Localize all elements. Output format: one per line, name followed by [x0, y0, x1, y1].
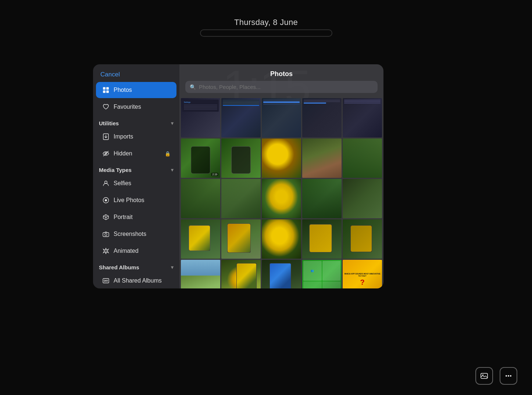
cube-icon [102, 213, 110, 221]
camera-icon [102, 230, 110, 238]
sidebar-item-live-photos[interactable]: Live Photos [96, 192, 176, 208]
photo-icon-button[interactable] [475, 367, 493, 385]
photo-cell[interactable] [343, 98, 382, 137]
lockscreen-time-container: 1:15 [200, 29, 332, 37]
eye-slash-icon [102, 150, 110, 158]
svg-marker-17 [103, 248, 108, 254]
photo-cell[interactable]: 2:09 2:09 [221, 260, 261, 288]
photo-cell[interactable] [343, 179, 382, 218]
media-types-label: Media Types [99, 167, 132, 173]
photo-cell[interactable] [302, 179, 342, 218]
more-options-button[interactable] [500, 367, 517, 385]
photo-row-2: 2:19 [181, 139, 382, 178]
media-types-chevron: ▾ [171, 167, 174, 173]
selfies-label: Selfies [114, 180, 131, 187]
sidebar-item-all-shared[interactable]: All Shared Albums [96, 273, 176, 288]
svg-rect-7 [103, 90, 106, 93]
sidebar-item-portrait[interactable]: Portrait [96, 209, 176, 225]
sidebar-item-photos[interactable]: Photos [96, 82, 176, 98]
media-types-section-header[interactable]: Media Types ▾ [93, 162, 179, 175]
shared-icon [102, 277, 110, 285]
asterisk-icon [102, 247, 110, 255]
bottom-icons [475, 367, 517, 385]
photo-cell[interactable] [302, 98, 342, 137]
portrait-label: Portrait [114, 214, 133, 220]
sidebar: Cancel Photos Favourites Utilities ▾ [93, 64, 179, 288]
utilities-section-header[interactable]: Utilities ▾ [93, 116, 179, 128]
main-panel: Photos 🔍 Settings [179, 64, 383, 288]
photo-cell[interactable] [302, 219, 342, 259]
animated-label: Animated [114, 248, 139, 254]
person-icon [102, 179, 110, 187]
photo-cell[interactable] [181, 260, 220, 288]
sidebar-item-selfies[interactable]: Selfies [96, 175, 176, 191]
utilities-chevron: ▾ [171, 121, 174, 126]
svg-point-20 [106, 280, 108, 281]
photo-cell[interactable] [262, 98, 301, 137]
utilities-label: Utilities [99, 120, 119, 126]
svg-rect-6 [106, 87, 109, 90]
photo-cell[interactable] [262, 219, 301, 259]
sidebar-item-favourites[interactable]: Favourites [96, 99, 176, 115]
sidebar-item-imports[interactable]: Imports [96, 129, 176, 145]
shared-albums-chevron: ▾ [171, 265, 174, 270]
photo-cell[interactable] [262, 139, 301, 178]
photo-cell[interactable]: 👥 [302, 260, 342, 288]
svg-rect-0 [481, 373, 488, 378]
shared-albums-section-header[interactable]: Shared Albums ▾ [93, 260, 179, 272]
photo-cell[interactable]: Settings [181, 98, 220, 137]
lock-icon: 🔒 [165, 151, 171, 157]
screenshots-label: Screenshots [114, 231, 146, 237]
svg-point-2 [506, 375, 507, 377]
heart-icon [102, 103, 110, 111]
lockscreen-date: Thursday, 8 June [234, 18, 298, 27]
panel-title: Photos [187, 70, 376, 78]
svg-rect-5 [103, 87, 106, 90]
photo-grid: Settings [179, 97, 383, 288]
all-shared-albums-label: All Shared Albums [114, 277, 162, 284]
shared-albums-label: Shared Albums [99, 264, 139, 270]
circle-dot-icon [102, 196, 110, 204]
photo-row-4 [181, 219, 382, 259]
favourites-label: Favourites [114, 104, 141, 110]
svg-rect-8 [106, 90, 109, 93]
photo-cell[interactable] [181, 219, 220, 259]
photo-cell[interactable] [343, 219, 382, 259]
svg-point-3 [508, 375, 509, 377]
photo-cell[interactable] [221, 219, 261, 259]
search-icon: 🔍 [190, 84, 196, 90]
photo-cell[interactable] [302, 139, 342, 178]
hidden-label: Hidden [114, 150, 132, 157]
imports-label: Imports [114, 133, 133, 140]
import-icon [102, 133, 110, 141]
photo-cell[interactable] [262, 179, 301, 218]
photo-cell[interactable] [221, 139, 261, 178]
photo-cell[interactable] [221, 98, 261, 137]
photo-row-1: Settings [181, 98, 382, 137]
cancel-button[interactable]: Cancel [93, 64, 179, 81]
photo-cell[interactable]: 2:19 [181, 139, 220, 178]
svg-point-16 [105, 234, 107, 236]
photo-cell[interactable]: WHICH APP SOUNDS MOST INNOVATIVE TO YOU?… [343, 260, 382, 288]
photo-cell[interactable]: 2:05 [262, 260, 301, 288]
main-header: Photos [179, 64, 383, 81]
svg-rect-15 [103, 233, 109, 237]
photo-cell[interactable] [221, 179, 261, 218]
sidebar-item-animated[interactable]: Animated [96, 243, 176, 259]
sidebar-item-hidden[interactable]: Hidden 🔒 [96, 146, 176, 162]
live-photos-label: Live Photos [114, 197, 144, 204]
svg-point-14 [105, 199, 107, 201]
photo-cell[interactable] [181, 179, 220, 218]
photo-cell[interactable] [343, 139, 382, 178]
search-bar[interactable]: 🔍 [185, 81, 378, 93]
photos-label: Photos [114, 87, 132, 93]
svg-point-19 [104, 280, 106, 281]
photos-icon [102, 86, 110, 94]
sidebar-item-screenshots[interactable]: Screenshots [96, 226, 176, 242]
svg-point-1 [482, 374, 483, 376]
search-input[interactable] [199, 84, 373, 90]
photo-row-3 [181, 179, 382, 218]
svg-point-4 [510, 375, 511, 377]
photo-row-5: 2:09 2:09 2:05 👥 [181, 260, 382, 288]
